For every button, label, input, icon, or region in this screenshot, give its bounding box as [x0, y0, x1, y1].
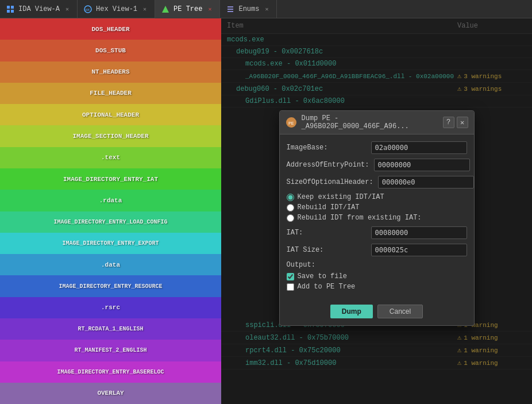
main-content: DOS_HEADER DOS_STUB NT_HEADERS FILE_HEAD…	[0, 18, 532, 404]
radio-keep-idt-input[interactable]	[287, 194, 294, 201]
radio-keep-idt-label: Keep existing IDT/IAT	[298, 193, 384, 201]
pe-section-image-section-header[interactable]: IMAGE_SECTION_HEADER	[0, 125, 221, 147]
svg-rect-2	[7, 10, 10, 13]
dialog-footer: Dump Cancel	[280, 300, 474, 325]
tab-ida-close[interactable]: ✕	[63, 5, 71, 13]
checkbox-add-to-pe-tree[interactable]: Add to PE Tree	[287, 283, 467, 291]
input-iat-size[interactable]	[371, 244, 467, 256]
pe-section-file-header[interactable]: FILE_HEADER	[0, 83, 221, 104]
svg-text:HX: HX	[86, 8, 90, 12]
form-row-optional-header-size: SizeOfOptionalHeader:	[287, 176, 467, 188]
input-iat[interactable]	[371, 226, 467, 239]
dialog-overlay: PE Dump PE - _A96B020F_0000_466F_A96... …	[221, 18, 532, 404]
dialog-title-text: Dump PE - _A96B020F_0000_466F_A96...	[302, 114, 438, 130]
svg-marker-6	[162, 6, 169, 13]
tab-hex-view[interactable]: HX Hex View-1 ✕	[78, 0, 155, 18]
dialog-title-actions: ? ✕	[443, 117, 468, 128]
pe-section-dir-iat[interactable]: IMAGE_DIRECTORY_ENTRY_IAT	[0, 168, 221, 190]
pe-section-data[interactable]: .data	[0, 254, 221, 275]
tab-hex-label: Hex View-1	[96, 5, 137, 13]
form-row-entry-point: AddressOfEntryPoint:	[287, 159, 467, 171]
dialog-title-bar: PE Dump PE - _A96B020F_0000_466F_A96... …	[280, 111, 474, 134]
pe-section-dos-header[interactable]: DOS_HEADER	[0, 18, 221, 40]
label-imagebase: ImageBase:	[287, 144, 367, 152]
dump-pe-dialog: PE Dump PE - _A96B020F_0000_466F_A96... …	[279, 110, 475, 326]
tab-enums-label: Enums	[238, 5, 259, 13]
label-entry-point: AddressOfEntryPoint:	[287, 161, 369, 169]
pe-section-dir-resource[interactable]: IMAGE_DIRECTORY_ENTRY_RESOURCE	[0, 275, 221, 297]
pe-section-dir-basereloc[interactable]: IMAGE_DIRECTORY_ENTRY_BASERELOC	[0, 361, 221, 383]
radio-rebuild-from-existing[interactable]: Rebuild IDT from existing IAT:	[287, 214, 467, 222]
label-iat: IAT:	[287, 229, 367, 237]
pe-section-text[interactable]: .text	[0, 147, 221, 168]
dialog-icon: PE	[286, 117, 297, 128]
tab-enums-close[interactable]: ✕	[263, 5, 271, 13]
form-row-iat: IAT:	[287, 226, 467, 239]
pe-tree-icon	[161, 5, 170, 14]
hex-icon: HX	[83, 5, 92, 14]
left-panel: DOS_HEADER DOS_STUB NT_HEADERS FILE_HEAD…	[0, 18, 221, 404]
tab-hex-close[interactable]: ✕	[141, 5, 149, 13]
checkbox-add-input[interactable]	[287, 283, 294, 291]
svg-rect-1	[11, 6, 14, 9]
tab-pe-close[interactable]: ✕	[206, 5, 214, 13]
radio-keep-idt[interactable]: Keep existing IDT/IAT	[287, 193, 467, 201]
dialog-body: ImageBase: AddressOfEntryPoint: SizeOfOp…	[280, 134, 474, 300]
pe-section-nt-headers[interactable]: NT_HEADERS	[0, 61, 221, 83]
svg-rect-9	[228, 11, 233, 12]
checkbox-save-to-file[interactable]: Save to file	[287, 272, 467, 280]
svg-rect-0	[7, 6, 10, 9]
svg-rect-3	[11, 10, 14, 13]
right-panel: Item Value mcods.exe debug019 - 0x002761…	[221, 18, 532, 404]
radio-rebuild-idt-label: Rebuild IDT/IAT	[298, 203, 360, 211]
tab-ida-view[interactable]: IDA View-A ✕	[0, 0, 78, 18]
radio-rebuild-existing-input[interactable]	[287, 214, 294, 222]
form-row-imagebase: ImageBase:	[287, 141, 467, 154]
input-entry-point[interactable]	[374, 159, 470, 171]
svg-rect-7	[228, 6, 233, 7]
tab-pe-label: PE Tree	[174, 5, 202, 13]
radio-rebuild-idt-input[interactable]	[287, 204, 294, 211]
dialog-close-button[interactable]: ✕	[457, 117, 468, 128]
pe-section-dir-load-config[interactable]: IMAGE_DIRECTORY_ENTRY_LOAD_CONFIG	[0, 211, 221, 233]
input-optional-header-size[interactable]	[378, 176, 474, 188]
pe-section-rt-rcdata[interactable]: RT_RCDATA_1_ENGLISH	[0, 318, 221, 340]
checkbox-add-label: Add to PE Tree	[298, 283, 356, 291]
checkbox-save-input[interactable]	[287, 273, 294, 280]
svg-rect-8	[228, 9, 233, 10]
dump-button[interactable]: Dump	[330, 305, 373, 318]
tab-enums[interactable]: Enums ✕	[220, 0, 277, 18]
label-optional-header-size: SizeOfOptionalHeader:	[287, 178, 373, 186]
radio-rebuild-existing-label: Rebuild IDT from existing IAT:	[298, 214, 422, 222]
output-label: Output:	[287, 261, 315, 269]
pe-section-overlay[interactable]: OVERLAY	[0, 383, 221, 404]
pe-section-rdata[interactable]: .rdata	[0, 190, 221, 211]
cancel-button[interactable]: Cancel	[377, 305, 423, 318]
svg-text:PE: PE	[288, 121, 294, 126]
dialog-help-button[interactable]: ?	[443, 117, 454, 128]
ida-icon	[6, 5, 15, 14]
pe-section-optional-header[interactable]: OPTIONAL_HEADER	[0, 104, 221, 125]
enum-icon	[226, 5, 235, 14]
checkbox-save-label: Save to file	[298, 272, 347, 280]
pe-section-rsrc[interactable]: .rsrc	[0, 297, 221, 318]
label-iat-size: IAT Size:	[287, 246, 367, 254]
input-imagebase[interactable]	[371, 141, 467, 154]
tab-pe-tree[interactable]: PE Tree ✕	[155, 0, 220, 18]
radio-rebuild-idt[interactable]: Rebuild IDT/IAT	[287, 203, 467, 211]
tab-bar: IDA View-A ✕ HX Hex View-1 ✕ PE Tree ✕ E…	[0, 0, 532, 18]
pe-section-dos-stub[interactable]: DOS_STUB	[0, 40, 221, 61]
pe-section-dir-export[interactable]: IMAGE_DIRECTORY_ENTRY_EXPORT	[0, 233, 221, 254]
tab-ida-label: IDA View-A	[18, 5, 60, 13]
pe-section-rt-manifest[interactable]: RT_MANIFEST_2_ENGLISH	[0, 340, 221, 361]
form-row-iat-size: IAT Size:	[287, 244, 467, 256]
radio-group-idt: Keep existing IDT/IAT Rebuild IDT/IAT Re…	[287, 193, 467, 222]
